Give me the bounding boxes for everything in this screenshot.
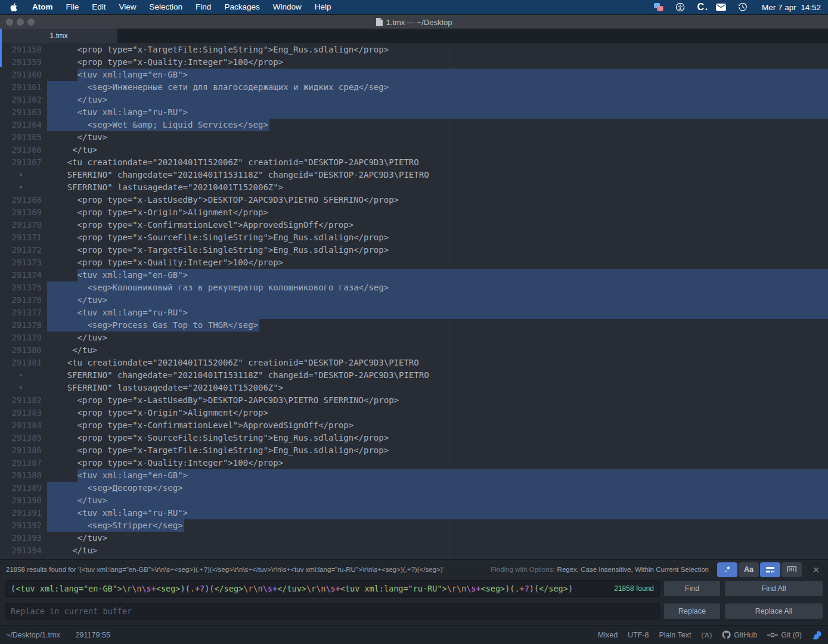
line-number[interactable]: 291363 [0,106,47,119]
menu-atom[interactable]: Atom [26,0,60,14]
editor-row[interactable]: 291373 <prop type="x-Quality:Integer">10… [0,256,828,269]
status-grammar[interactable]: Plain Text [659,631,691,639]
line-number[interactable]: 291393 [0,532,47,544]
editor-row[interactable]: 291367 <tu creationdate="20210401T152006… [0,156,828,169]
match-case-button[interactable]: Aa [739,562,759,577]
line-number[interactable]: 291360 [0,69,47,81]
status-encoding[interactable]: UTF-8 [628,631,649,639]
editor-row[interactable]: 291366 </tu> [0,144,828,156]
line-number[interactable]: 291366 [0,144,47,156]
editor-row[interactable]: • SFERRINO" changedate="20210401T153118Z… [0,169,828,181]
line-number[interactable]: 291376 [0,294,47,306]
line-number[interactable]: 291358 [0,44,47,56]
close-find-panel-icon[interactable]: ✕ [810,562,822,577]
line-number[interactable]: 291375 [0,281,47,294]
replace-button[interactable]: Replace [663,603,721,620]
line-number[interactable]: 291379 [0,332,47,344]
menu-find[interactable]: Find [189,0,218,14]
window-title-bar[interactable]: 1.tmx — ~/Desktop [0,14,828,29]
menu-packages[interactable]: Packages [218,0,266,14]
line-number[interactable]: 291381 [0,357,47,369]
editor-row[interactable]: 291361 <seg>Инженерные сети для влагосод… [0,81,828,94]
editor-row[interactable]: 291381 <tu creationdate="20210401T152006… [0,357,828,369]
editor-row[interactable]: 291394 </tu> [0,544,828,557]
time-machine-icon[interactable] [732,0,753,14]
menu-window[interactable]: Window [266,0,308,14]
editor-row[interactable]: 291391 <tuv xml:lang="ru-RU"> [0,507,828,519]
line-number[interactable]: 291371 [0,231,47,244]
editor[interactable]: 291358 <prop type="x-TargetFile:SingleSt… [0,43,828,559]
editor-row[interactable]: 291380 </tu> [0,344,828,357]
line-number[interactable]: 291370 [0,219,47,231]
line-number[interactable]: 291361 [0,81,47,94]
find-input[interactable]: (<tuv xml:lang="en-GB">\r\n\s+<seg>)(.+?… [5,580,660,597]
github-status-item[interactable]: GitHub [722,630,757,639]
display-arrangement-icon[interactable] [647,0,669,14]
editor-row[interactable]: 291369 <prop type="x-Origin">Alignment</… [0,206,828,219]
line-number[interactable]: 291373 [0,256,47,269]
menu-help[interactable]: Help [308,0,338,14]
editor-row[interactable]: 291378 <seg>Process Gas Top to THGR</seg… [0,319,828,332]
line-number[interactable]: 291365 [0,131,47,144]
menu-edit[interactable]: Edit [85,0,112,14]
find-all-button[interactable]: Find All [724,580,823,597]
editor-row[interactable]: 291388 <tuv xml:lang="en-GB"> [0,469,828,482]
use-regex-button[interactable]: .* [717,562,737,577]
editor-row[interactable]: 291385 <prop type="x-SourceFile:SingleSt… [0,432,828,444]
line-number[interactable]: 291382 [0,394,47,407]
editor-row[interactable]: 291358 <prop type="x-TargetFile:SingleSt… [0,44,828,56]
editor-row[interactable]: • SFERRINO" lastusagedate="20210401T1520… [0,181,828,194]
line-number[interactable]: 291374 [0,269,47,281]
line-number[interactable]: 291392 [0,519,47,532]
c-app-icon[interactable]: C▲ [691,0,710,14]
status-cursor-position[interactable]: 291179:55 [76,631,110,639]
line-number[interactable]: 291359 [0,56,47,69]
line-number[interactable]: 291387 [0,457,47,469]
status-file-path[interactable]: ~/Desktop/1.tmx [6,631,60,639]
line-number[interactable]: 291386 [0,444,47,457]
editor-row[interactable]: 291376 </tuv> [0,294,828,306]
line-number[interactable]: 291362 [0,94,47,106]
editor-row[interactable]: 291375 <seg>Колошниковый газ в рекуперат… [0,281,828,294]
editor-row[interactable]: 291372 <prop type="x-TargetFile:SingleSt… [0,244,828,256]
menu-file[interactable]: File [60,0,86,14]
editor-row[interactable]: 291371 <prop type="x-SourceFile:SingleSt… [0,231,828,244]
replace-input[interactable]: Replace in current buffer [5,603,660,620]
menu-selection[interactable]: Selection [143,0,190,14]
editor-row[interactable]: 291390 </tuv> [0,494,828,507]
editor-row[interactable]: 291379 </tuv> [0,332,828,344]
editor-row[interactable]: 291365 </tuv> [0,131,828,144]
editor-row[interactable]: 291374 <tuv xml:lang="en-GB"> [0,269,828,281]
line-number[interactable]: 291391 [0,507,47,519]
blue-squirrel-icon[interactable] [812,630,822,640]
line-number[interactable]: 291384 [0,419,47,432]
menu-bar-clock[interactable]: Mer 7 apr 14:52 [753,3,828,12]
menu-view[interactable]: View [113,0,143,14]
status-line-ending[interactable]: Mixed [598,631,618,639]
editor-row[interactable]: 291383 <prop type="x-Origin">Alignment</… [0,407,828,419]
line-number[interactable]: 291383 [0,407,47,419]
line-number[interactable]: 291390 [0,494,47,507]
editor-row[interactable]: 291368 <prop type="x-LastUsedBy">DESKTOP… [0,194,828,206]
editor-row[interactable]: 291360 <tuv xml:lang="en-GB"> [0,69,828,81]
editor-row[interactable]: 291364 <seg>Wet &amp; Liquid Services</s… [0,119,828,131]
line-number[interactable]: 291372 [0,244,47,256]
keyboard-broadcast-icon[interactable]: (’A’) [701,631,712,639]
editor-row[interactable]: 291362 </tuv> [0,94,828,106]
editor-row[interactable]: 291389 <seg>Десортер</seg> [0,482,828,494]
editor-row[interactable]: 291363 <tuv xml:lang="ru-RU"> [0,106,828,119]
line-number[interactable]: 291377 [0,306,47,319]
apple-menu[interactable] [0,2,26,13]
editor-row[interactable]: 291387 <prop type="x-Quality:Integer">10… [0,457,828,469]
editor-row[interactable]: • SFERRINO" changedate="20210401T153118Z… [0,369,828,382]
accessibility-icon[interactable] [669,0,691,14]
editor-row[interactable]: 291382 <prop type="x-LastUsedBy">DESKTOP… [0,394,828,407]
editor-row[interactable]: 291377 <tuv xml:lang="ru-RU"> [0,306,828,319]
editor-row[interactable]: 291370 <prop type="x-ConfirmationLevel">… [0,219,828,231]
line-number[interactable]: 291378 [0,319,47,332]
mail-icon[interactable] [710,0,732,14]
line-number[interactable]: 291369 [0,206,47,219]
replace-all-button[interactable]: Replace All [724,603,823,620]
editor-row[interactable]: 291392 <seg>Stripper</seg> [0,519,828,532]
tab-1tmx[interactable]: 1.tmx [0,29,117,43]
